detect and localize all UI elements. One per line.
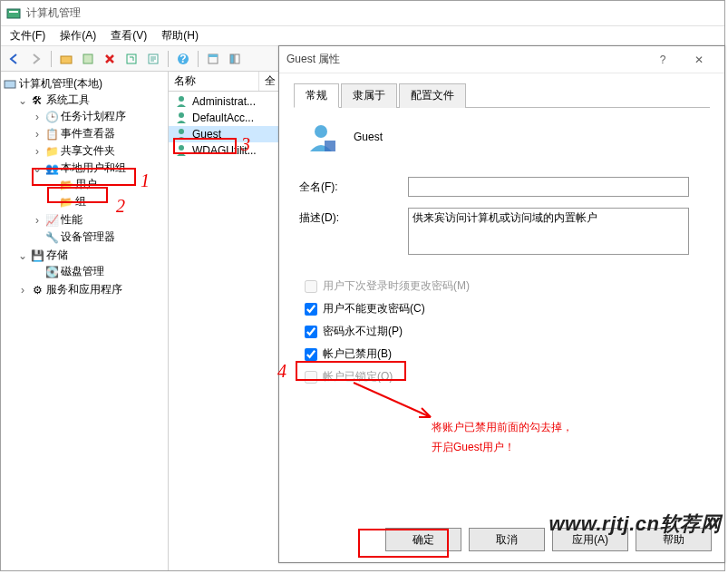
watermark: www.rjtj.cn软荐网 [548,511,721,538]
svg-rect-10 [230,54,234,63]
tree-system-tools[interactable]: ⌄🛠系统工具 [17,92,166,108]
window-title: 计算机管理 [26,5,81,21]
dialog-titlebar: Guest 属性 ? ✕ [279,46,724,73]
tab-general[interactable]: 常规 [294,83,339,108]
storage-icon: 💾 [30,248,44,263]
description-input[interactable]: 供来宾访问计算机或访问域的内置帐户 [408,208,689,255]
user-icon [174,127,189,141]
svg-rect-11 [235,54,239,63]
services-icon: ⚙ [30,283,44,297]
forward-button[interactable] [26,49,46,69]
menu-help[interactable]: 帮助(H) [156,26,204,45]
svg-point-13 [179,96,184,102]
expand-icon[interactable]: › [17,284,28,297]
help-button[interactable]: ? [645,47,681,73]
tab-profile[interactable]: 配置文件 [399,83,466,108]
tree-storage[interactable]: ⌄💾存储 [17,248,166,263]
tree-task-scheduler[interactable]: ›🕒任务计划程序 [32,109,166,124]
share-icon: 📁 [44,144,59,159]
perf-icon: 📈 [44,213,59,228]
expand-icon[interactable]: › [32,128,43,141]
svg-rect-0 [7,9,20,18]
svg-text:?: ? [180,53,186,65]
chk-cannotchange-row[interactable]: 用户不能更改密码(C) [305,301,704,316]
svg-rect-4 [127,54,136,63]
delete-button[interactable] [100,49,120,69]
users-icon: 👥 [44,161,59,176]
titlebar: 计算机管理 [1,1,724,26]
tree-performance[interactable]: ›📈性能 [32,212,166,228]
fullname-input[interactable] [408,177,689,197]
folder-icon: 📂 [59,178,73,192]
tree-disk-mgmt[interactable]: 💽磁盘管理 [32,264,166,279]
tree-local-users[interactable]: ⌄👥本地用户和组 [32,161,166,176]
chk-neverexpire-row[interactable]: 密码永不过期(P) [305,324,704,339]
collapse-icon[interactable]: ⌄ [17,94,28,107]
expand-icon[interactable]: › [32,214,43,227]
fullname-label: 全名(F): [299,177,408,195]
view-button-2[interactable] [225,49,245,69]
event-icon: 📋 [44,127,59,141]
menu-file[interactable]: 文件(F) [5,26,51,45]
ok-button[interactable]: 确定 [385,528,461,551]
tree-users[interactable]: 📂用户 [46,177,166,192]
chk-neverexpire[interactable] [305,326,317,338]
collapse-icon[interactable]: ⌄ [32,162,43,175]
view-button-1[interactable] [203,49,223,69]
dialog-title: Guest 属性 [286,52,645,67]
back-button[interactable] [5,49,24,69]
tree-services-apps[interactable]: ›⚙服务和应用程序 [17,282,166,297]
menubar: 文件(F) 操作(A) 查看(V) 帮助(H) [1,26,724,46]
col-name[interactable]: 名称 [169,72,259,91]
chk-locked-row: 帐户已锁定(O) [305,369,704,384]
tab-memberof[interactable]: 隶属于 [341,83,397,108]
close-button[interactable]: ✕ [681,47,717,73]
svg-rect-18 [325,141,335,151]
tree-root[interactable]: 计算机管理(本地) [3,76,166,92]
account-icon [305,121,337,153]
svg-rect-3 [83,54,92,63]
tree-device-mgr[interactable]: 🔧设备管理器 [32,229,166,245]
svg-point-14 [179,112,184,118]
expand-icon[interactable]: › [32,145,43,158]
disk-icon: 💽 [44,265,59,279]
svg-point-15 [179,129,184,134]
tabstrip: 常规 隶属于 配置文件 [294,83,710,108]
guest-properties-dialog: Guest 属性 ? ✕ 常规 隶属于 配置文件 Guest 全名(F): 描述… [278,45,725,563]
tree-event-viewer[interactable]: ›📋事件查看器 [32,126,166,141]
help-button[interactable]: ? [173,49,193,69]
device-icon: 🔧 [44,230,59,245]
tree-groups[interactable]: 📂组 [46,194,166,209]
chk-mustchange-row: 用户下次登录时须更改密码(M) [305,278,704,294]
user-icon [174,143,189,158]
chk-mustchange [305,280,317,293]
user-icon [174,111,189,125]
folder-button[interactable] [56,49,76,69]
refresh-button[interactable] [121,49,141,69]
properties-button[interactable] [78,49,98,69]
chk-disabled-row[interactable]: 帐户已禁用(B) [305,346,704,362]
app-icon [6,6,21,21]
chk-cannotchange[interactable] [305,303,317,316]
tools-icon: 🛠 [30,93,44,108]
svg-rect-9 [209,54,218,57]
folder-icon: 📂 [59,195,73,209]
cancel-button[interactable]: 取消 [469,528,545,551]
account-name: Guest [354,131,383,143]
chk-disabled[interactable] [305,348,317,361]
export-button[interactable] [143,49,163,69]
menu-action[interactable]: 操作(A) [54,26,102,45]
svg-point-16 [179,145,184,151]
tree-shared-folders[interactable]: ›📁共享文件夹 [32,143,166,159]
collapse-icon[interactable]: ⌄ [17,249,28,262]
description-label: 描述(D): [299,208,408,226]
computer-icon [3,77,17,92]
expand-icon[interactable]: › [32,111,43,123]
menu-view[interactable]: 查看(V) [105,26,152,45]
svg-point-17 [315,125,327,138]
svg-rect-1 [9,11,18,13]
chk-locked [305,371,317,384]
user-icon [174,94,189,109]
tree-panel[interactable]: 计算机管理(本地) ⌄🛠系统工具 ›🕒任务计划程序 ›📋事件查看器 ›📁共享文件… [1,72,169,570]
clock-icon: 🕒 [44,110,59,124]
